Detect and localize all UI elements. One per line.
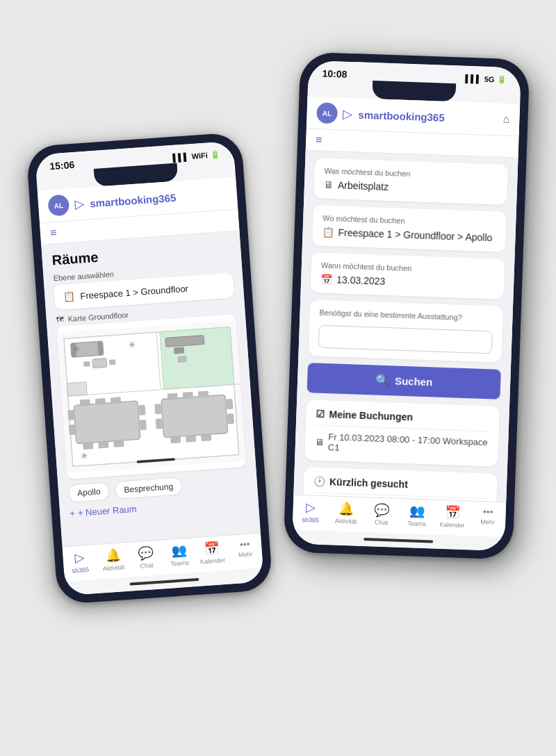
front-signal-icon: ▌▌▌ <box>465 74 482 83</box>
was-buchen-text: Arbeitsplatz <box>338 179 389 192</box>
svg-text:✳: ✳ <box>80 450 88 461</box>
signal-icon: ▌▌▌ <box>172 152 189 162</box>
svg-rect-19 <box>98 441 108 448</box>
hamburger-icon[interactable]: ≡ <box>49 227 57 240</box>
arbeitsplatz-icon: 🖥 <box>324 179 334 190</box>
equipment-label: Benötigst du eine bestimmte Ausstattung? <box>319 309 493 323</box>
back-nav-kalender[interactable]: 📅 Kalender <box>195 540 229 566</box>
level-icon: 📋 <box>63 290 75 302</box>
front-sb365-icon: ▷ <box>306 500 316 515</box>
front-kalender-label: Kalender <box>439 521 464 529</box>
was-buchen-card[interactable]: Was möchtest du buchen 🖥 Arbeitsplatz <box>313 158 508 205</box>
front-nav-sb365[interactable]: ▷ sb365 <box>293 499 329 524</box>
svg-rect-15 <box>80 399 90 406</box>
back-status-time: 15:06 <box>49 159 75 172</box>
bookings-entry-icon: 🖥 <box>315 436 325 447</box>
back-avatar: AL <box>47 195 70 217</box>
back-nav-teams[interactable]: 👥 Teams <box>162 542 197 568</box>
mehr-label-back: Mehr <box>238 550 253 558</box>
front-5g-icon: 5G <box>484 75 495 84</box>
svg-rect-17 <box>111 397 121 404</box>
svg-rect-33 <box>156 418 163 429</box>
bookings-entry-text: Fr 10.03.2023 08:00 - 17:00 Workspace C1 <box>328 432 489 458</box>
svg-rect-30 <box>186 435 196 442</box>
front-phone: 10:08 ▌▌▌ 5G 🔋 AL ▷ smartbooking365 ⌂ ≡ … <box>284 51 530 559</box>
sb365-icon: ▷ <box>74 550 85 566</box>
front-home-bar <box>363 538 433 543</box>
svg-rect-16 <box>95 398 106 405</box>
svg-rect-21 <box>67 410 74 420</box>
wo-buchen-value: 📋 Freespace 1 > Groundfloor > Apollo <box>322 227 496 244</box>
front-nav-mehr[interactable]: ••• Mehr <box>470 505 506 530</box>
back-phone-screen: 15:06 ▌▌▌ WiFi 🔋 AL ▷ smartbooking365 ≡ … <box>35 141 264 595</box>
front-phone-screen: 10:08 ▌▌▌ 5G 🔋 AL ▷ smartbooking365 ⌂ ≡ … <box>292 60 521 551</box>
teams-label-back: Teams <box>170 559 189 568</box>
back-content: Räume Ebene auswählen 📋 Freespace 1 > Gr… <box>41 231 261 546</box>
was-buchen-value: 🖥 Arbeitsplatz <box>324 179 498 197</box>
wann-buchen-card[interactable]: Wann möchtest du buchen 📅 13.03.2023 <box>311 252 505 299</box>
front-aktivitat-label: Aktivität <box>335 518 357 525</box>
back-phone: 15:06 ▌▌▌ WiFi 🔋 AL ▷ smartbooking365 ≡ … <box>26 132 272 605</box>
plus-icon: + <box>70 508 76 518</box>
svg-rect-24 <box>140 420 147 430</box>
front-status-icons: ▌▌▌ 5G 🔋 <box>465 74 507 84</box>
equipment-card: Benötigst du eine bestimmte Ausstattung? <box>308 299 503 363</box>
back-status-icons: ▌▌▌ WiFi 🔋 <box>172 150 220 163</box>
back-app-title: smartbooking365 <box>90 191 177 209</box>
my-bookings-card: ☑ Meine Buchungen 🖥 Fr 10.03.2023 08:00 … <box>304 400 500 467</box>
back-nav-mehr[interactable]: ••• Mehr <box>228 537 263 563</box>
svg-text:✳: ✳ <box>72 343 81 354</box>
aktivitat-icon: 🔔 <box>104 548 120 564</box>
wo-buchen-text: Freespace 1 > Groundfloor > Apollo <box>338 227 492 244</box>
room-tag-besprechung[interactable]: Besprechung <box>115 477 183 500</box>
wifi-icon: WiFi <box>191 151 208 161</box>
front-battery-icon: 🔋 <box>497 75 507 84</box>
svg-rect-18 <box>83 443 93 450</box>
front-sb365-label: sb365 <box>302 516 319 524</box>
mehr-icon-back: ••• <box>239 539 250 550</box>
back-level-row: 📋 Freespace 1 > Groundfloor <box>63 280 226 302</box>
front-app-title: smartbooking365 <box>358 108 445 123</box>
back-nav-chat[interactable]: 💬 Chat <box>129 544 163 570</box>
svg-rect-8 <box>92 358 107 368</box>
front-logo-icon: ▷ <box>343 106 353 122</box>
front-nav-aktivitat[interactable]: 🔔 Aktivität <box>328 500 364 525</box>
back-logo-icon: ▷ <box>74 196 85 212</box>
front-nav-chat[interactable]: 💬 Chat <box>363 502 400 527</box>
add-room-label: + Neuer Raum <box>77 504 137 518</box>
wann-buchen-label: Wann möchtest du buchen <box>321 261 495 276</box>
wo-buchen-card[interactable]: Wo möchtest du buchen 📋 Freespace 1 > Gr… <box>312 205 507 252</box>
back-floor-map: ✳ ✳ ✳ <box>57 314 247 479</box>
chat-label-back: Chat <box>140 561 154 569</box>
front-home-icon[interactable]: ⌂ <box>502 113 509 126</box>
front-mehr-label: Mehr <box>480 518 495 526</box>
back-nav-sb365[interactable]: ▷ sb365 <box>63 549 97 575</box>
location-icon: 📋 <box>322 227 334 238</box>
floor-plan-svg: ✳ ✳ ✳ <box>57 314 247 479</box>
teams-icon-back: 👥 <box>171 543 187 559</box>
front-hamburger-icon[interactable]: ≡ <box>316 133 322 146</box>
kalender-icon-back: 📅 <box>204 541 220 557</box>
front-teams-label: Teams <box>407 520 426 527</box>
svg-rect-25 <box>161 395 228 438</box>
back-nav-aktivitat[interactable]: 🔔 Aktivität <box>96 547 131 573</box>
search-icon: 🔍 <box>375 374 390 388</box>
svg-rect-13 <box>177 356 187 363</box>
bookings-divider <box>316 425 489 432</box>
front-teams-icon: 👥 <box>409 503 425 519</box>
svg-rect-27 <box>183 392 193 399</box>
search-button[interactable]: 🔍 Suchen <box>307 363 501 400</box>
equipment-input[interactable] <box>318 325 493 354</box>
svg-rect-36 <box>67 382 87 396</box>
svg-rect-12 <box>174 347 184 354</box>
svg-rect-7 <box>97 341 104 356</box>
front-chat-label: Chat <box>375 519 388 527</box>
front-nav-kalender[interactable]: 📅 Kalender <box>434 504 471 529</box>
front-kalender-icon: 📅 <box>445 504 461 520</box>
calendar-icon: 📅 <box>320 274 333 286</box>
svg-text:✳: ✳ <box>128 339 136 350</box>
svg-rect-9 <box>83 361 90 367</box>
front-mehr-icon: ••• <box>483 506 493 518</box>
room-tag-apollo[interactable]: Apollo <box>67 482 110 502</box>
front-nav-teams[interactable]: 👥 Teams <box>399 503 435 528</box>
